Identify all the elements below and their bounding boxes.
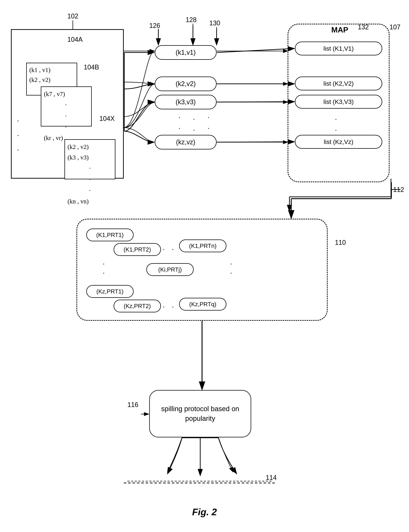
map-title: MAP: [331, 26, 348, 34]
reduce-node-kzprt2: (Kz,PRT2): [114, 300, 161, 312]
mid-dots-3: ·: [208, 113, 211, 121]
mid-dots-2: ·: [193, 115, 196, 123]
svg-line-24: [217, 48, 294, 52]
diagram: 102 (k1 , v1) (k2 , v2) (k7 , v7) · · · …: [0, 0, 409, 532]
box-104x-dots1: ·: [68, 163, 112, 174]
box-104a-line1: (k1 , v1): [29, 65, 74, 75]
box-104x: (k2 , v2) (k3 , v3) · · · (kn , vn): [64, 139, 115, 179]
map-item-2: list (K2,V2): [295, 76, 382, 90]
rd-dots-r1: ·: [230, 259, 234, 268]
rd-dots-l2: ·: [103, 269, 106, 277]
rd-dots2: ·: [172, 245, 175, 253]
ref-128: 128: [186, 16, 197, 24]
mid-dots-4: ·: [178, 124, 182, 132]
node-kzvz: (kz,vz): [155, 135, 217, 150]
map-item-z: list (Kz,Vz): [295, 135, 382, 149]
map-item-3: list (K3,V3): [295, 95, 382, 109]
mid-dots-5: ·: [193, 126, 196, 134]
box-104b-dots1: ·: [44, 99, 89, 110]
mid-dots-1: ·: [178, 113, 182, 121]
reduce-node-k1prt2: (K1,PRT2): [114, 243, 161, 256]
ref-112: 112: [393, 186, 404, 194]
node-k2v2: (k2,v2): [155, 76, 217, 91]
reduce-node-k1prtn: (K1,PRTn): [179, 239, 227, 252]
node-k3v3: (k3,v3): [155, 95, 217, 109]
rd-dots3: ·: [163, 303, 166, 311]
box-104x-last: (kn , vn): [68, 196, 112, 207]
box-104x-dots2: ·: [68, 174, 112, 185]
map-dots-2: ·: [335, 126, 338, 134]
rd-dots-r2: ·: [230, 269, 234, 277]
reduce-node-kzprt1: (Kz,PRT1): [86, 285, 134, 298]
ref-130: 130: [209, 19, 220, 27]
box-104b: (k7 , v7) · · · (kr , vr): [41, 86, 92, 126]
box-104b-line1: (k7 , v7): [44, 89, 89, 99]
ref-104x: 104X: [99, 115, 115, 123]
reduce-node-k1prt1: (K1,PRT1): [86, 228, 134, 241]
node-k1v1: (k1,v1): [155, 45, 217, 60]
mid-dots-6: ·: [208, 124, 211, 132]
box-104x-line2: (k3 , v3): [68, 152, 112, 163]
reduce-box-110: (K1,PRT1) (K1,PRT2) · · (K1,PRTn) · · (K…: [76, 219, 328, 321]
svg-line-27: [217, 142, 294, 142]
rd-dots-l1: ·: [103, 259, 106, 268]
ref-104a: 104A: [67, 36, 83, 43]
ref-104b: 104B: [84, 63, 99, 71]
ref-126: 126: [149, 22, 160, 29]
spill-box: spilling protocol based on popularity: [149, 390, 251, 437]
ref-102: 102: [67, 12, 78, 20]
ref-114: 114: [266, 474, 277, 482]
box-104b-dots3: ·: [44, 122, 89, 133]
rd-dots1: ·: [163, 245, 166, 253]
ref-132: 132: [358, 23, 369, 31]
fig-label: Fig. 2: [192, 506, 217, 517]
ref-110: 110: [335, 239, 346, 247]
box-104x-line1: (k2 , v2): [68, 142, 112, 152]
fig-label-text: Fig. 2: [192, 507, 217, 517]
outer-box-dots: ···: [17, 114, 19, 157]
box-104x-dots3: ·: [68, 185, 112, 196]
map-dots-1: ·: [335, 115, 338, 123]
box-104b-dots2: ·: [44, 110, 89, 122]
ref-107: 107: [390, 23, 400, 31]
ref-116: 116: [127, 401, 138, 408]
reduce-node-kzprtq: (Kz,PRTq): [179, 298, 227, 311]
svg-line-26: [217, 102, 294, 102]
reduce-node-kiprtj: (Ki,PRTj): [146, 263, 194, 276]
outer-box-102: (k1 , v1) (k2 , v2) (k7 , v7) · · · (kr …: [11, 29, 124, 179]
map-item-1: list (K1,V1): [295, 42, 382, 55]
spill-text: spilling protocol based on popularity: [152, 404, 249, 423]
box-104a-line2: (k2 , v2): [29, 75, 74, 85]
rd-dots4: ·: [172, 303, 175, 311]
